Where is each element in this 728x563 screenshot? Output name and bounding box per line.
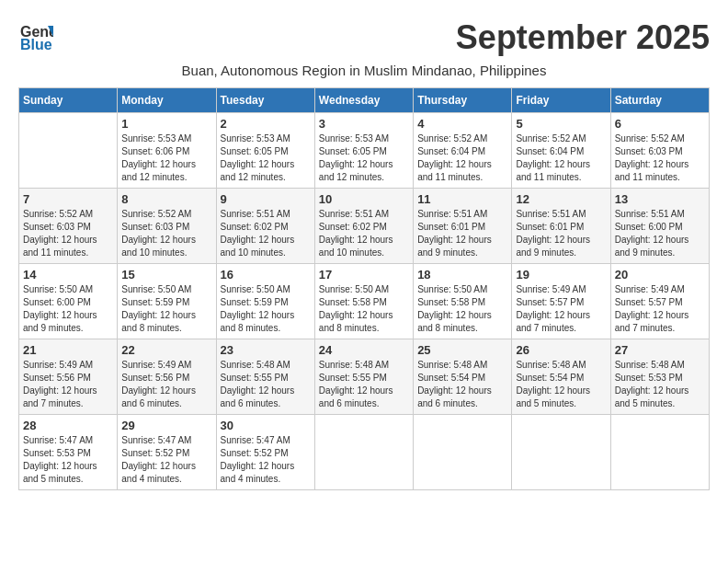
day-number: 21 <box>23 343 113 357</box>
day-info: Sunrise: 5:48 AM Sunset: 5:54 PM Dayligh… <box>516 359 606 410</box>
calendar-week-row: 21Sunrise: 5:49 AM Sunset: 5:56 PM Dayli… <box>19 339 710 415</box>
header-sunday: Sunday <box>19 88 118 113</box>
day-info: Sunrise: 5:47 AM Sunset: 5:52 PM Dayligh… <box>121 434 211 486</box>
day-number: 15 <box>121 268 211 282</box>
day-info: Sunrise: 5:51 AM Sunset: 6:01 PM Dayligh… <box>516 208 606 259</box>
table-row: 2Sunrise: 5:53 AM Sunset: 6:05 PM Daylig… <box>216 113 314 189</box>
day-number: 6 <box>615 117 705 131</box>
day-info: Sunrise: 5:52 AM Sunset: 6:03 PM Dayligh… <box>121 208 211 259</box>
table-row: 8Sunrise: 5:52 AM Sunset: 6:03 PM Daylig… <box>118 189 216 264</box>
calendar-header-row: Sunday Monday Tuesday Wednesday Thursday… <box>19 88 710 113</box>
day-info: Sunrise: 5:48 AM Sunset: 5:53 PM Dayligh… <box>615 359 705 410</box>
table-row <box>512 415 610 490</box>
calendar-week-row: 28Sunrise: 5:47 AM Sunset: 5:53 PM Dayli… <box>19 415 710 490</box>
subtitle: Buan, Autonomous Region in Muslim Mindan… <box>18 63 710 78</box>
table-row <box>414 415 512 490</box>
day-number: 23 <box>221 343 311 357</box>
day-number: 10 <box>319 192 409 206</box>
day-info: Sunrise: 5:52 AM Sunset: 6:04 PM Dayligh… <box>516 132 606 184</box>
day-info: Sunrise: 5:52 AM Sunset: 6:03 PM Dayligh… <box>615 132 705 184</box>
table-row: 22Sunrise: 5:49 AM Sunset: 5:56 PM Dayli… <box>118 339 216 415</box>
table-row: 27Sunrise: 5:48 AM Sunset: 5:53 PM Dayli… <box>610 339 709 415</box>
day-number: 24 <box>319 343 409 357</box>
table-row: 23Sunrise: 5:48 AM Sunset: 5:55 PM Dayli… <box>216 339 314 415</box>
day-info: Sunrise: 5:50 AM Sunset: 5:59 PM Dayligh… <box>121 283 211 335</box>
table-row: 10Sunrise: 5:51 AM Sunset: 6:02 PM Dayli… <box>314 189 413 264</box>
header-monday: Monday <box>118 88 216 113</box>
table-row: 5Sunrise: 5:52 AM Sunset: 6:04 PM Daylig… <box>512 113 610 189</box>
table-row: 6Sunrise: 5:52 AM Sunset: 6:03 PM Daylig… <box>610 113 709 189</box>
day-info: Sunrise: 5:50 AM Sunset: 5:58 PM Dayligh… <box>319 283 409 335</box>
header-thursday: Thursday <box>414 88 512 113</box>
table-row <box>314 415 413 490</box>
day-info: Sunrise: 5:50 AM Sunset: 5:58 PM Dayligh… <box>417 283 507 335</box>
day-info: Sunrise: 5:48 AM Sunset: 5:54 PM Dayligh… <box>417 359 507 410</box>
table-row: 17Sunrise: 5:50 AM Sunset: 5:58 PM Dayli… <box>314 264 413 339</box>
table-row: 16Sunrise: 5:50 AM Sunset: 5:59 PM Dayli… <box>216 264 314 339</box>
table-row: 3Sunrise: 5:53 AM Sunset: 6:05 PM Daylig… <box>314 113 413 189</box>
table-row: 30Sunrise: 5:47 AM Sunset: 5:52 PM Dayli… <box>216 415 314 490</box>
table-row: 13Sunrise: 5:51 AM Sunset: 6:00 PM Dayli… <box>610 189 709 264</box>
day-number: 17 <box>319 268 409 282</box>
logo-icon: General Blue <box>18 18 53 53</box>
day-info: Sunrise: 5:48 AM Sunset: 5:55 PM Dayligh… <box>221 359 311 410</box>
day-number: 20 <box>615 268 705 282</box>
table-row: 7Sunrise: 5:52 AM Sunset: 6:03 PM Daylig… <box>19 189 118 264</box>
day-number: 11 <box>417 192 507 206</box>
table-row: 19Sunrise: 5:49 AM Sunset: 5:57 PM Dayli… <box>512 264 610 339</box>
day-number: 16 <box>221 268 311 282</box>
day-number: 26 <box>516 343 606 357</box>
header-wednesday: Wednesday <box>314 88 413 113</box>
day-info: Sunrise: 5:52 AM Sunset: 6:04 PM Dayligh… <box>417 132 507 184</box>
day-number: 4 <box>417 117 507 131</box>
table-row: 12Sunrise: 5:51 AM Sunset: 6:01 PM Dayli… <box>512 189 610 264</box>
day-info: Sunrise: 5:49 AM Sunset: 5:57 PM Dayligh… <box>615 283 705 335</box>
day-info: Sunrise: 5:51 AM Sunset: 6:00 PM Dayligh… <box>615 208 705 259</box>
day-number: 19 <box>516 268 606 282</box>
table-row: 29Sunrise: 5:47 AM Sunset: 5:52 PM Dayli… <box>118 415 216 490</box>
calendar-week-row: 1Sunrise: 5:53 AM Sunset: 6:06 PM Daylig… <box>19 113 710 189</box>
table-row <box>19 113 118 189</box>
day-info: Sunrise: 5:49 AM Sunset: 5:56 PM Dayligh… <box>23 359 113 410</box>
table-row: 28Sunrise: 5:47 AM Sunset: 5:53 PM Dayli… <box>19 415 118 490</box>
table-row: 24Sunrise: 5:48 AM Sunset: 5:55 PM Dayli… <box>314 339 413 415</box>
day-number: 1 <box>121 117 211 131</box>
month-title: September 2025 <box>456 18 710 57</box>
day-info: Sunrise: 5:53 AM Sunset: 6:05 PM Dayligh… <box>221 132 311 184</box>
table-row: 11Sunrise: 5:51 AM Sunset: 6:01 PM Dayli… <box>414 189 512 264</box>
day-info: Sunrise: 5:51 AM Sunset: 6:01 PM Dayligh… <box>417 208 507 259</box>
calendar-table: Sunday Monday Tuesday Wednesday Thursday… <box>18 87 710 490</box>
day-info: Sunrise: 5:49 AM Sunset: 5:56 PM Dayligh… <box>121 359 211 410</box>
table-row: 4Sunrise: 5:52 AM Sunset: 6:04 PM Daylig… <box>414 113 512 189</box>
day-info: Sunrise: 5:48 AM Sunset: 5:55 PM Dayligh… <box>319 359 409 410</box>
day-number: 27 <box>615 343 705 357</box>
day-info: Sunrise: 5:51 AM Sunset: 6:02 PM Dayligh… <box>221 208 311 259</box>
table-row: 1Sunrise: 5:53 AM Sunset: 6:06 PM Daylig… <box>118 113 216 189</box>
logo: General Blue <box>18 18 53 53</box>
day-number: 7 <box>23 192 113 206</box>
table-row: 15Sunrise: 5:50 AM Sunset: 5:59 PM Dayli… <box>118 264 216 339</box>
table-row: 18Sunrise: 5:50 AM Sunset: 5:58 PM Dayli… <box>414 264 512 339</box>
calendar-week-row: 7Sunrise: 5:52 AM Sunset: 6:03 PM Daylig… <box>19 189 710 264</box>
day-number: 18 <box>417 268 507 282</box>
table-row: 9Sunrise: 5:51 AM Sunset: 6:02 PM Daylig… <box>216 189 314 264</box>
table-row <box>610 415 709 490</box>
day-number: 25 <box>417 343 507 357</box>
day-number: 14 <box>23 268 113 282</box>
calendar-week-row: 14Sunrise: 5:50 AM Sunset: 6:00 PM Dayli… <box>19 264 710 339</box>
day-info: Sunrise: 5:50 AM Sunset: 5:59 PM Dayligh… <box>221 283 311 335</box>
day-info: Sunrise: 5:53 AM Sunset: 6:05 PM Dayligh… <box>319 132 409 184</box>
day-info: Sunrise: 5:47 AM Sunset: 5:53 PM Dayligh… <box>23 434 113 486</box>
day-number: 8 <box>121 192 211 206</box>
day-number: 22 <box>121 343 211 357</box>
table-row: 20Sunrise: 5:49 AM Sunset: 5:57 PM Dayli… <box>610 264 709 339</box>
day-number: 28 <box>23 419 113 432</box>
day-info: Sunrise: 5:47 AM Sunset: 5:52 PM Dayligh… <box>221 434 311 486</box>
day-number: 30 <box>221 419 311 432</box>
day-info: Sunrise: 5:50 AM Sunset: 6:00 PM Dayligh… <box>23 283 113 335</box>
day-number: 9 <box>221 192 311 206</box>
day-number: 13 <box>615 192 705 206</box>
table-row: 21Sunrise: 5:49 AM Sunset: 5:56 PM Dayli… <box>19 339 118 415</box>
day-number: 12 <box>516 192 606 206</box>
table-row: 14Sunrise: 5:50 AM Sunset: 6:00 PM Dayli… <box>19 264 118 339</box>
